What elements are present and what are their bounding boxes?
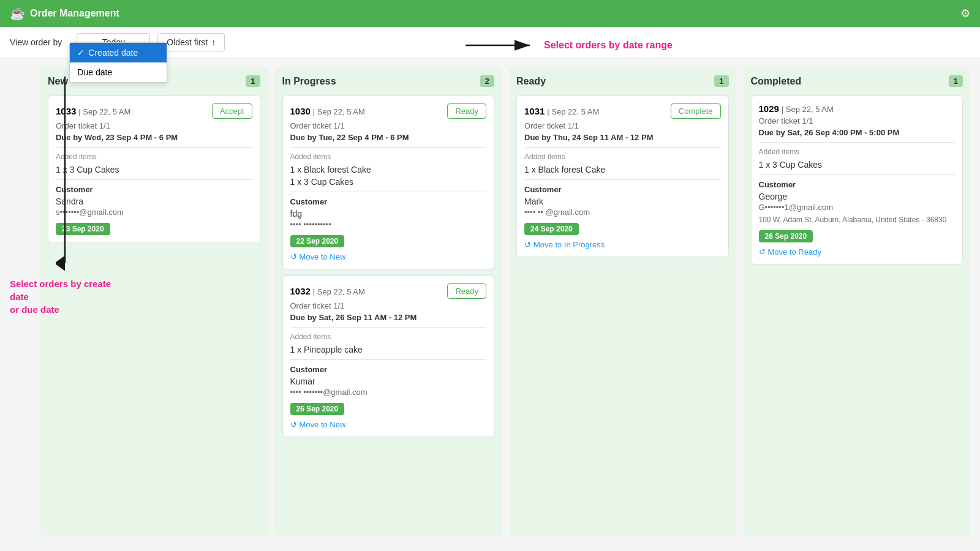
customer-email-1030: •••• •••••••••• — [290, 220, 487, 229]
badge-1031: 24 Sep 2020 — [524, 223, 579, 235]
customer-address-1029: 100 W. Adam St. Auburn, Alabama, United … — [759, 216, 956, 224]
dropdown-option-created-date[interactable]: ✓ Created date — [70, 43, 167, 62]
right-arrow-svg — [466, 34, 539, 56]
customer-label-1032: Customer — [290, 365, 487, 374]
item-1031-0: 1 x Black forest Cake — [524, 165, 721, 174]
refresh-icon-1030: ↺ — [290, 252, 297, 261]
column-completed-count: 1 — [949, 75, 963, 87]
customer-email-1029: G•••••••1@gmail.com — [759, 203, 956, 212]
added-items-label-1031: Added items — [524, 152, 721, 161]
order-card-1032: 1032 | Sep 22, 5 AM Ready Order ticket 1… — [282, 276, 495, 437]
column-completed: Completed 1 1029 | Sep 22, 5 AM Order ti… — [744, 68, 971, 536]
right-annotation-text: Select orders by date range — [544, 40, 673, 51]
sort-label: Oldest first — [167, 37, 208, 47]
dropdown-option-due-date[interactable]: Due date — [70, 62, 167, 82]
order-id-1029: 1029 | Sep 22, 5 AM — [759, 103, 834, 114]
added-items-label-1029: Added items — [759, 148, 956, 156]
customer-name-1030: fdg — [290, 209, 487, 219]
badge-1032: 26 Sep 2020 — [290, 403, 345, 415]
column-in-progress-title: In Progress — [282, 76, 336, 87]
card-1030-header: 1030 | Sep 22, 5 AM Ready — [290, 103, 487, 119]
ticket-1031: Order ticket 1/1 — [524, 121, 721, 130]
column-completed-header: Completed 1 — [751, 75, 963, 87]
ticket-1032: Order ticket 1/1 — [290, 301, 487, 310]
coffee-icon: ☕ — [10, 6, 25, 21]
down-arrow-svg — [56, 77, 74, 272]
item-1030-1: 1 x 3 Cup Cakes — [290, 177, 487, 187]
customer-label-1029: Customer — [759, 180, 956, 189]
card-1029-header: 1029 | Sep 22, 5 AM — [759, 103, 956, 114]
check-icon: ✓ — [77, 48, 85, 58]
refresh-icon-1029: ↺ — [759, 247, 766, 257]
complete-button-1031[interactable]: Complete — [671, 103, 721, 119]
customer-name-1029: George — [759, 192, 956, 201]
left-annotation-text: Select orders by create dateor due date — [10, 277, 120, 316]
column-ready-title: Ready — [516, 76, 546, 87]
customer-email-1032: •••• •••••••@gmail.com — [290, 388, 487, 397]
ticket-1030: Order ticket 1/1 — [290, 121, 487, 130]
due-1030: Due by Tue, 22 Sep 4 PM - 6 PM — [290, 133, 487, 142]
columns-wrapper: New 1 1033 | Sep 22, 5 AM Accept Order t… — [40, 68, 970, 536]
customer-email-1031: •••• •• @gmail.com — [524, 208, 721, 217]
app-title: Order Management — [30, 8, 119, 19]
order-id-1031: 1031 | Sep 22, 5 AM — [524, 106, 599, 116]
dropdown-menu: ✓ Created date Due date — [69, 42, 167, 83]
right-annotation: Select orders by date range — [466, 34, 673, 56]
main-content: Select orders by create dateor due date … — [0, 58, 980, 545]
item-1030-0: 1 x Black forest Cake — [290, 165, 487, 174]
column-in-progress-count: 2 — [480, 75, 494, 87]
view-order-label: View order by — [10, 37, 62, 47]
toolbar: View order by ✓ Created date Due date To… — [0, 27, 980, 58]
order-card-1030: 1030 | Sep 22, 5 AM Ready Order ticket 1… — [282, 96, 495, 269]
item-1032-0: 1 x Pineapple cake — [290, 345, 487, 354]
header-left: ☕ Order Management — [10, 6, 119, 21]
option-label: Due date — [77, 67, 112, 77]
ticket-1029: Order ticket 1/1 — [759, 116, 956, 126]
accept-button-1033[interactable]: Accept — [212, 103, 252, 119]
column-ready-count: 1 — [714, 75, 728, 87]
move-to-new-1030[interactable]: ↺ Move to New — [290, 252, 346, 261]
settings-icon[interactable]: ⚙ — [960, 7, 970, 20]
column-new-count: 1 — [246, 75, 260, 87]
order-card-1029: 1029 | Sep 22, 5 AM Order ticket 1/1 Due… — [751, 96, 963, 264]
column-in-progress: In Progress 2 1030 | Sep 22, 5 AM Ready … — [275, 68, 502, 536]
added-items-label-1032: Added items — [290, 332, 487, 341]
ready-button-1030[interactable]: Ready — [447, 103, 486, 119]
ready-button-1032[interactable]: Ready — [447, 283, 486, 299]
badge-1030: 22 Sep 2020 — [290, 235, 345, 247]
badge-1029: 26 Sep 2020 — [759, 230, 813, 242]
card-1032-header: 1032 | Sep 22, 5 AM Ready — [290, 283, 487, 299]
sort-icon: ↑ — [211, 37, 216, 47]
order-id-1030: 1030 | Sep 22, 5 AM — [290, 106, 365, 116]
customer-name-1031: Mark — [524, 197, 721, 206]
added-items-label-1030: Added items — [290, 152, 487, 161]
move-to-new-1032[interactable]: ↺ Move to New — [290, 420, 346, 429]
refresh-icon-1032: ↺ — [290, 420, 297, 429]
order-id-1032: 1032 | Sep 22, 5 AM — [290, 286, 365, 296]
card-1031-header: 1031 | Sep 22, 5 AM Complete — [524, 103, 721, 119]
sort-button[interactable]: Oldest first ↑ — [157, 33, 225, 51]
due-1032: Due by Sat, 26 Sep 11 AM - 12 PM — [290, 313, 487, 322]
column-completed-title: Completed — [751, 76, 802, 87]
header: ☕ Order Management ⚙ — [0, 0, 980, 27]
customer-label-1031: Customer — [524, 185, 721, 194]
item-1029-0: 1 x 3 Cup Cakes — [759, 160, 956, 170]
due-1029: Due by Sat, 26 Sep 4:00 PM - 5:00 PM — [759, 128, 956, 137]
customer-name-1032: Kumar — [290, 377, 487, 386]
move-to-ready-1029[interactable]: ↺ Move to Ready — [759, 247, 821, 257]
due-1031: Due by Thu, 24 Sep 11 AM - 12 PM — [524, 133, 721, 142]
refresh-icon-1031: ↺ — [524, 240, 531, 249]
move-to-in-progress-1031[interactable]: ↺ Move to In Progress — [524, 240, 605, 249]
left-annotation-wrapper: Select orders by create dateor due date — [10, 77, 120, 316]
option-label: Created date — [88, 48, 138, 58]
column-ready: Ready 1 1031 | Sep 22, 5 AM Complete Ord… — [509, 68, 736, 536]
customer-label-1030: Customer — [290, 197, 487, 206]
column-ready-header: Ready 1 — [516, 75, 729, 87]
order-card-1031: 1031 | Sep 22, 5 AM Complete Order ticke… — [516, 96, 729, 257]
column-in-progress-header: In Progress 2 — [282, 75, 495, 87]
